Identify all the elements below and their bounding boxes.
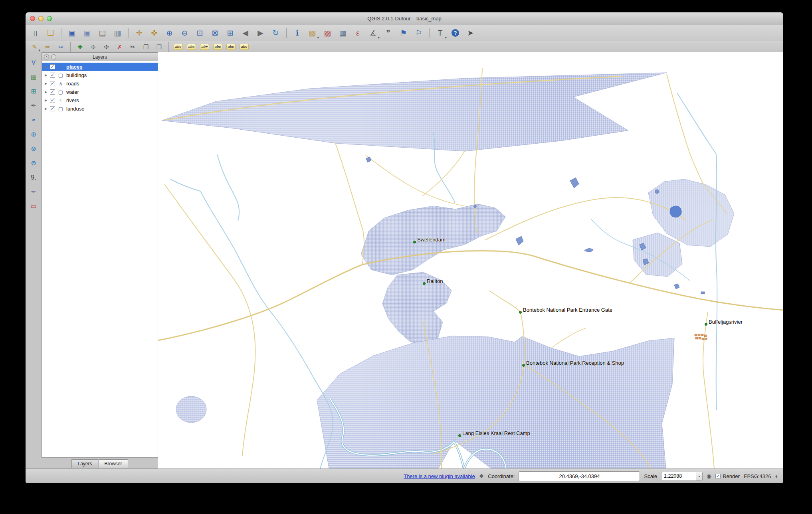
title-bar[interactable]: QGIS 2.0.1-Dufour – basic_map xyxy=(26,12,783,25)
new-print-composer-button[interactable]: ▤ xyxy=(96,27,109,39)
panel-close-icon[interactable]: ✕ xyxy=(44,54,49,59)
delete-selected-button[interactable]: ✗ xyxy=(114,42,125,52)
scale-lock-icon[interactable]: ◉ xyxy=(707,473,711,479)
add-delimited-text-button[interactable]: 9, xyxy=(28,172,40,183)
window-zoom-button[interactable] xyxy=(47,16,52,21)
copy-features-button[interactable]: ❐ xyxy=(140,42,152,52)
add-feature-button[interactable]: ✚ xyxy=(74,42,86,52)
layer-item-water[interactable]: ▶ ▢ water xyxy=(42,88,158,96)
layers-panel-header[interactable]: ✕ ◦ Layers xyxy=(42,52,158,62)
composer-manager-button[interactable]: ▥ xyxy=(111,27,124,39)
refresh-map-button[interactable]: ↻ xyxy=(269,27,282,39)
layer-visibility-checkbox[interactable] xyxy=(50,64,55,69)
layer-visibility-checkbox[interactable] xyxy=(50,98,55,103)
field-calculator-button[interactable]: ε xyxy=(351,27,364,39)
layer-visibility-checkbox[interactable] xyxy=(50,106,55,111)
expander-arrow-icon[interactable]: ▶ xyxy=(44,90,48,94)
help-button[interactable]: ? xyxy=(449,27,462,39)
new-shapefile-layer-button[interactable]: ▭ xyxy=(28,201,40,212)
zoom-to-selection-button[interactable]: ⊠ xyxy=(208,27,222,39)
scale-dropdown-arrow-icon[interactable]: ▾ xyxy=(696,472,702,480)
cut-features-button[interactable]: ✂ xyxy=(127,42,139,52)
layer-name: water xyxy=(66,89,79,95)
expander-arrow-icon[interactable]: ▶ xyxy=(44,107,48,111)
new-project-button[interactable]: ▯ xyxy=(29,27,42,39)
map-view: Swellendam Railton Bontebok National Par… xyxy=(158,52,783,469)
new-spatialite-layer-button[interactable]: ✒ xyxy=(28,186,40,198)
zoom-full-button[interactable]: ⊡ xyxy=(193,27,206,39)
show-bookmarks-button[interactable]: ⚐ xyxy=(412,27,425,39)
expander-arrow-icon[interactable]: ▶ xyxy=(44,99,48,102)
layer-type-icon: ≈ xyxy=(57,97,64,103)
zoom-to-layer-button[interactable]: ⊞ xyxy=(224,27,237,39)
open-project-button[interactable]: ❏ xyxy=(44,27,57,39)
layer-visibility-checkbox[interactable] xyxy=(50,89,55,95)
minimize-button[interactable] xyxy=(38,16,44,21)
add-raster-layer-button[interactable]: ▦ xyxy=(28,71,40,83)
crs-status-icon[interactable]: ◐ xyxy=(775,473,778,479)
render-checkbox[interactable] xyxy=(715,474,721,479)
layer-item-rivers[interactable]: ▶ ≈ rivers xyxy=(42,96,158,105)
layer-tree: ▶ ∴ places ▶ ▢ buildings ▶ ∧ roads xyxy=(42,61,158,458)
toolbar-separator xyxy=(168,42,169,52)
zoom-in-button[interactable]: ⊕ xyxy=(163,27,176,39)
zoom-last-button[interactable]: ◀ xyxy=(239,27,252,39)
crs-status: EPSG:4326 xyxy=(744,473,771,479)
add-spatialite-layer-button[interactable]: ✒ xyxy=(28,100,40,111)
toggle-editing-button[interactable]: ✏ xyxy=(42,42,53,52)
add-wcs-layer-button[interactable]: ⊚ xyxy=(28,143,40,154)
label-rotate-button[interactable]: abc xyxy=(225,42,237,52)
close-button[interactable] xyxy=(30,16,35,21)
layer-type-icon: ▢ xyxy=(57,106,64,112)
new-plugin-link[interactable]: There is a new plugin available xyxy=(404,473,475,479)
node-tool-button[interactable]: ✣ xyxy=(101,42,112,52)
layer-item-buildings[interactable]: ▶ ▢ buildings xyxy=(42,71,158,79)
zoom-next-button[interactable]: ▶ xyxy=(254,27,267,39)
add-mssql-layer-button[interactable]: ⊞ xyxy=(28,86,40,97)
plugin-icon[interactable]: ❖ xyxy=(479,473,484,479)
pan-map-button[interactable]: ✛ xyxy=(133,27,146,39)
deselect-features-button[interactable]: ▨ xyxy=(321,27,334,39)
expander-arrow-icon[interactable]: ▶ xyxy=(44,82,48,85)
identify-features-button[interactable]: ℹ xyxy=(291,27,304,39)
label-properties-button[interactable]: abc xyxy=(238,42,250,52)
layer-visibility-checkbox[interactable] xyxy=(50,73,55,78)
tab-layers[interactable]: Layers xyxy=(71,459,98,468)
label-show-hide-button[interactable]: ab+ xyxy=(199,42,210,52)
map-canvas[interactable] xyxy=(158,52,783,469)
expander-arrow-icon[interactable]: ▶ xyxy=(44,65,48,69)
new-bookmark-button[interactable]: ⚑ xyxy=(397,27,410,39)
pan-to-selection-button[interactable]: ✜ xyxy=(148,27,161,39)
layer-item-roads[interactable]: ▶ ∧ roads xyxy=(42,79,158,88)
paste-features-button[interactable]: ❒ xyxy=(153,42,165,52)
save-layer-edits-button[interactable]: ✑ xyxy=(55,42,67,52)
layer-visibility-checkbox[interactable] xyxy=(50,81,55,86)
layer-item-landuse[interactable]: ▶ ▢ landuse xyxy=(42,105,158,113)
zoom-out-button[interactable]: ⊖ xyxy=(178,27,191,39)
toolbar-separator xyxy=(128,28,129,38)
measure-button[interactable]: ∡ xyxy=(366,27,380,39)
text-annotation-button[interactable]: T xyxy=(434,27,447,39)
tab-browser[interactable]: Browser xyxy=(99,459,128,468)
move-feature-button[interactable]: ✢ xyxy=(87,42,99,52)
coordinate-input[interactable] xyxy=(519,471,640,481)
label-move-button[interactable]: abc xyxy=(212,42,224,52)
wetland-area xyxy=(176,396,206,423)
save-project-button[interactable]: ▣ xyxy=(65,27,79,39)
save-project-as-button[interactable]: ▣ xyxy=(81,27,94,39)
whats-this-button[interactable]: ➤ xyxy=(464,27,477,39)
add-postgis-layer-button[interactable]: ≈ xyxy=(28,115,40,126)
layer-item-places[interactable]: ▶ ∴ places xyxy=(42,63,158,71)
label-pin-button[interactable]: abc xyxy=(186,42,197,52)
map-tips-button[interactable]: ❞ xyxy=(382,27,395,39)
add-wfs-layer-button[interactable]: ⊜ xyxy=(28,158,40,169)
select-features-button[interactable]: ▧ xyxy=(306,27,319,39)
expander-arrow-icon[interactable]: ▶ xyxy=(44,73,48,77)
label-settings-button[interactable]: abc xyxy=(172,42,184,52)
open-attribute-table-button[interactable]: ▦ xyxy=(336,27,349,39)
scale-combobox[interactable]: 1:22088 ▾ xyxy=(661,472,703,481)
panel-float-icon[interactable]: ◦ xyxy=(51,54,56,59)
current-edits-button[interactable]: ✎ xyxy=(29,42,40,52)
add-wms-layer-button[interactable]: ⊛ xyxy=(28,129,40,140)
add-vector-layer-button[interactable]: V xyxy=(28,57,40,68)
